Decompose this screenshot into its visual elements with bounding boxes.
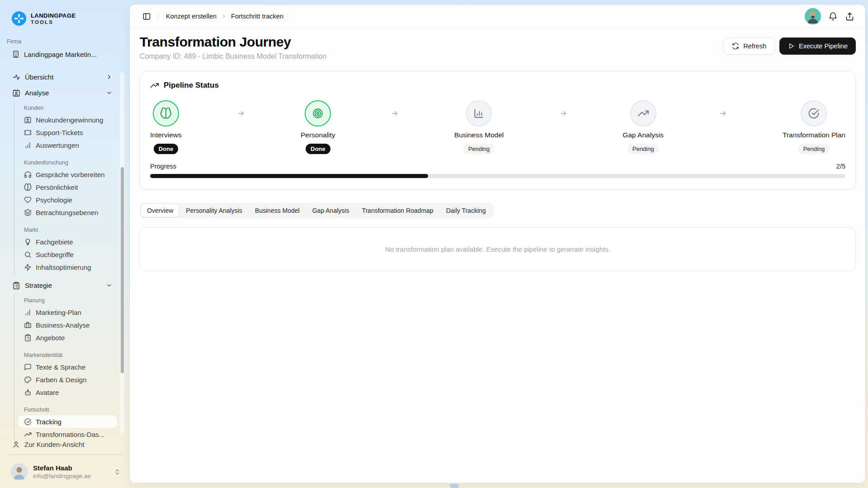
empty-state-message: No transformation plan available. Execut…: [385, 245, 610, 253]
sidebar-item-auswertungen[interactable]: Auswertungen: [14, 139, 130, 151]
sidebar-item-label: Marketing-Plan: [36, 309, 81, 316]
sidebar-item-support-tickets[interactable]: Support-Tickets: [14, 126, 130, 139]
trending-up-icon: [150, 81, 159, 90]
headphones-icon: [24, 171, 32, 178]
sidebar-item-avatare[interactable]: Avatare: [14, 386, 130, 399]
sidebar-item-farben-design[interactable]: Farben & Design: [14, 373, 130, 386]
pipeline-card-title: Pipeline Status: [164, 81, 219, 90]
progress-bar: [150, 174, 845, 178]
markenidentitaet-section-label: Markenidentität: [14, 350, 130, 361]
status-badge: Pending: [627, 144, 659, 154]
sidebar-item-inhaltsoptimierung[interactable]: Inhaltsoptimierung: [14, 261, 130, 273]
tab-business-model[interactable]: Business Model: [249, 204, 306, 217]
refresh-icon: [732, 42, 739, 50]
sidebar-item-label: Suchbegriffe: [36, 251, 74, 258]
sidebar-item-label: Analyse: [25, 89, 101, 97]
sidebar-item-fachgebiete[interactable]: Fachgebiete: [14, 235, 130, 248]
chevron-right-icon: [221, 13, 227, 19]
brand-name-line2: TOOLS: [31, 19, 76, 25]
sidebar-toggle-button[interactable]: [142, 12, 151, 21]
progress-value: 2/5: [836, 163, 845, 170]
kunden-section-label: Kunden: [14, 103, 130, 113]
sidebar-item-marketing-plan[interactable]: Marketing-Plan: [14, 306, 130, 319]
tab-gap-analysis[interactable]: Gap Analysis: [307, 204, 355, 217]
top-header: Konzept erstellen Fortschritt tracken: [130, 5, 865, 28]
sidebar-item-angebote[interactable]: Angebote: [14, 331, 130, 344]
firma-section-label: Firma: [0, 38, 130, 45]
sidebar-item-gespraeche-vorbereiten[interactable]: Gespräche vorbereiten: [14, 168, 130, 181]
tab-daily-tracking[interactable]: Daily Tracking: [440, 204, 492, 217]
user-avatar: [11, 464, 28, 480]
activity-icon: [12, 73, 20, 81]
stage-transformation-plan: Transformation Plan Pending: [783, 100, 845, 154]
analyse-subgroup: Kunden Neukundengewinnung Support-Ticket…: [14, 102, 130, 274]
brand-logo: LANDINGPAGE TOOLS: [0, 0, 130, 26]
chevron-down-icon: [106, 282, 113, 289]
brain-icon: [24, 183, 32, 191]
lightbulb-icon: [24, 238, 32, 246]
chevron-right-icon: [106, 74, 113, 80]
sidebar-item-texte-sprache[interactable]: Texte & Sprache: [14, 361, 130, 373]
briefcase-icon: [24, 321, 32, 329]
sidebar-item-label: Gespräche vorbereiten: [36, 171, 105, 178]
sidebar-item-label: Auswertungen: [36, 141, 79, 149]
layers-icon: [24, 209, 32, 216]
notifications-button[interactable]: [828, 12, 838, 21]
stage-circle: [153, 100, 179, 127]
sidebar-item-business-analyse[interactable]: Business-Analyse: [14, 319, 130, 331]
panel-left-icon: [142, 12, 151, 21]
breadcrumb-parent[interactable]: Konzept erstellen: [166, 13, 217, 20]
sidebar-item-strategie[interactable]: Strategie: [0, 277, 130, 293]
tab-overview[interactable]: Overview: [141, 204, 179, 217]
sidebar-item-label: Betrachtungsebenen: [36, 209, 98, 216]
sidebar-item-betrachtungsebenen[interactable]: Betrachtungsebenen: [14, 206, 130, 219]
sidebar-nav: Übersicht Analyse Kunden Neukundengewinn…: [0, 69, 130, 441]
fortschritt-section-label: Fortschritt: [14, 404, 130, 415]
sidebar-item-zur-kunden-ansicht[interactable]: Zur Kunden-Ansicht: [0, 438, 130, 450]
sidebar-item-label: Inhaltsoptimierung: [36, 263, 91, 271]
header-avatar[interactable]: [805, 8, 821, 24]
bot-icon: [24, 389, 32, 396]
ticket-icon: [24, 129, 32, 136]
stage-circle: [305, 100, 331, 127]
sidebar-divider: [9, 455, 123, 455]
refresh-button[interactable]: Refresh: [723, 38, 775, 55]
sidebar-item-suchbegriffe[interactable]: Suchbegriffe: [14, 248, 130, 261]
stage-circle: [630, 100, 656, 127]
sidebar-item-neukundengewinnung[interactable]: Neukundengewinnung: [14, 113, 130, 126]
sidebar-item-tracking[interactable]: Tracking: [18, 415, 117, 428]
stage-circle: [801, 100, 827, 127]
strategie-subgroup: Planung Marketing-Plan Business-Analyse …: [14, 294, 130, 441]
tab-personality-analysis[interactable]: Personality Analysis: [180, 204, 248, 217]
pipeline-status-card: Pipeline Status Interviews Done Personal…: [140, 71, 856, 190]
bell-icon: [828, 12, 838, 21]
kundenforschung-section-label: Kundenforschung: [14, 157, 130, 168]
user-menu[interactable]: Stefan Haab info@landingpage.ae: [0, 459, 130, 484]
sidebar-item-uebersicht[interactable]: Übersicht: [0, 69, 130, 85]
trending-up-icon: [24, 431, 32, 438]
sidebar-item-analyse[interactable]: Analyse: [0, 85, 130, 101]
avatar-photo: [11, 464, 28, 480]
stage-label: Transformation Plan: [783, 131, 845, 139]
building-icon: [12, 50, 20, 58]
sidebar-item-psychologie[interactable]: Psychologie: [14, 193, 130, 206]
tab-transformation-roadmap[interactable]: Transformation Roadmap: [356, 204, 439, 217]
page-subtitle: Company ID: 489 - Limbic Business Model …: [140, 52, 327, 61]
sidebar-item-label: Zur Kunden-Ansicht: [24, 441, 85, 448]
play-icon: [788, 42, 795, 50]
arrow-right-icon: [719, 109, 727, 117]
main-panel: Konzept erstellen Fortschritt tracken Tr…: [130, 5, 865, 483]
sidebar-item-persoenlichkeit[interactable]: Persönlichkeit: [14, 181, 130, 193]
execute-pipeline-button-label: Execute Pipeline: [799, 42, 848, 50]
company-selector[interactable]: Landingpage Marketin...: [0, 47, 130, 61]
user-email: info@landingpage.ae: [33, 473, 108, 479]
user-icon: [12, 441, 20, 448]
message-square-icon: [24, 363, 32, 371]
sidebar-item-label: Avatare: [36, 389, 59, 396]
share-button[interactable]: [845, 12, 854, 21]
execute-pipeline-button[interactable]: Execute Pipeline: [779, 38, 856, 55]
trending-up-icon: [637, 108, 649, 119]
breadcrumb: Konzept erstellen Fortschritt tracken: [166, 13, 283, 20]
stage-circle: [466, 100, 492, 127]
sidebar-scrollbar-thumb[interactable]: [121, 167, 124, 373]
